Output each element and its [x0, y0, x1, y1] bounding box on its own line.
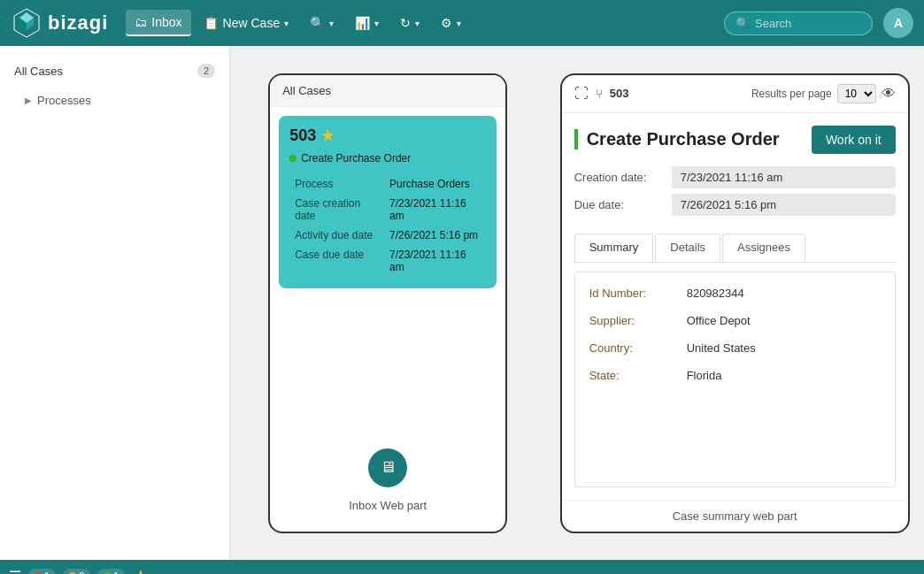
sidebar-item-processes[interactable]: ▶ Processes — [0, 87, 229, 114]
badge-red-count: 1 — [44, 570, 50, 574]
due-date-label: Due date: — [574, 198, 672, 211]
badge-green[interactable]: 1 — [97, 569, 125, 574]
case-number: 503 — [289, 126, 316, 145]
field-value-case-creation: 7/23/2021 11:16 am — [386, 195, 484, 225]
case-card-header: 503 ★ — [289, 126, 486, 145]
all-cases-badge: 2 — [197, 64, 215, 78]
nav-inbox-label: Inbox — [151, 15, 181, 29]
nav-new-case[interactable]: 📋 New Case ▾ — [195, 11, 298, 35]
inbox-webpart-header: All Cases — [270, 75, 505, 107]
results-per-page-select[interactable]: 10 20 50 — [837, 84, 876, 103]
field-row-country: Country: United States — [589, 341, 881, 355]
all-cases-label: All Cases — [14, 65, 63, 78]
nav-settings[interactable]: ⚙ ▾ — [432, 11, 470, 35]
country-label: Country: — [589, 341, 687, 355]
nav-inbox[interactable]: 🗂 Inbox — [126, 10, 190, 36]
avatar-label: A — [894, 16, 903, 30]
topology-icon: ⛶ — [574, 86, 589, 102]
work-on-it-button[interactable]: Work on it — [812, 126, 896, 154]
badge-red[interactable]: 1 — [28, 569, 56, 574]
eye-icon[interactable]: 👁 — [882, 86, 896, 102]
field-label-case-creation: Case creation date — [291, 195, 384, 225]
due-date-value: 7/26/2021 5:16 pm — [672, 194, 896, 216]
field-label-case-due: Case due date — [291, 246, 384, 276]
search-dropdown-arrow: ▾ — [329, 19, 334, 28]
results-per-page-label: Results per page — [751, 88, 832, 100]
star-icon: ★ — [321, 127, 334, 144]
main-layout: All Cases 2 ▶ Processes All Cases 503 ★ … — [0, 46, 924, 560]
id-number-label: Id Number: — [589, 287, 687, 300]
search-input[interactable] — [755, 17, 861, 30]
newcase-icon: 📋 — [204, 16, 219, 30]
search-box-icon: 🔍 — [735, 17, 750, 30]
badge-orange-count: 0 — [79, 570, 84, 574]
fab-icon: 🖥 — [380, 458, 396, 477]
table-row: Case due date 7/23/2021 11:16 am — [291, 246, 484, 276]
bottom-bar: ☰ 1 0 1 ★ — [0, 560, 924, 574]
logo[interactable]: bizagi — [11, 7, 108, 39]
settings-dropdown-arrow: ▾ — [457, 19, 461, 28]
due-date-row: Due date: 7/26/2021 5:16 pm — [574, 194, 896, 216]
share-icon: ⑂ — [596, 87, 603, 101]
analytics-icon: 📊 — [355, 16, 370, 30]
gear-icon: ⚙ — [441, 16, 452, 30]
creation-date-value: 7/23/2021 11:16 am — [672, 166, 896, 188]
fab-button[interactable]: 🖥 — [368, 448, 407, 487]
nav-search[interactable]: 🔍 ▾ — [301, 11, 343, 35]
tabs-row: Summary Details Assignees — [574, 233, 896, 263]
id-number-value: 820982344 — [687, 287, 744, 300]
processes-arrow-icon: ▶ — [25, 96, 32, 105]
inbox-webpart: All Cases 503 ★ Create Purchase Order Pr… — [268, 73, 507, 533]
case-card-status: Create Purchase Order — [289, 152, 486, 165]
newcase-dropdown-arrow: ▾ — [284, 19, 289, 28]
case-card-table: Process Purchase Orders Case creation da… — [289, 173, 486, 278]
state-label: State: — [589, 369, 687, 382]
field-value-process: Purchase Orders — [386, 175, 484, 193]
inbox-icon: 🗂 — [135, 15, 147, 29]
hamburger-icon[interactable]: ☰ — [9, 568, 21, 575]
case-summary-number: 503 — [610, 87, 629, 100]
refresh-icon: ↻ — [400, 16, 411, 30]
avatar[interactable]: A — [883, 8, 913, 38]
supplier-value: Office Depot — [687, 314, 751, 327]
creation-date-label: Creation date: — [574, 171, 672, 184]
nav-refresh[interactable]: ↻ ▾ — [391, 11, 428, 35]
nav-analytics[interactable]: 📊 ▾ — [346, 11, 388, 35]
summary-content: Id Number: 820982344 Supplier: Office De… — [574, 272, 896, 487]
table-row: Case creation date 7/23/2021 11:16 am — [291, 195, 484, 225]
field-row-supplier: Supplier: Office Depot — [589, 314, 881, 327]
badge-green-count: 1 — [113, 570, 119, 574]
favorites-star-icon[interactable]: ★ — [134, 566, 148, 574]
field-label-process: Process — [291, 175, 384, 193]
logo-text: bizagi — [48, 11, 108, 34]
logo-icon — [11, 7, 42, 39]
field-value-activity-due: 7/26/2021 5:16 pm — [386, 226, 484, 244]
top-navigation: bizagi 🗂 Inbox 📋 New Case ▾ 🔍 ▾ 📊 ▾ ↻ ▾ … — [0, 0, 924, 46]
tab-summary[interactable]: Summary — [574, 233, 654, 262]
sidebar: All Cases 2 ▶ Processes — [0, 46, 230, 560]
results-per-page: Results per page 10 20 50 👁 — [751, 84, 896, 103]
state-value: Florida — [687, 369, 722, 382]
badge-orange[interactable]: 0 — [63, 569, 90, 574]
supplier-label: Supplier: — [589, 314, 687, 327]
case-card[interactable]: 503 ★ Create Purchase Order Process Purc… — [279, 116, 497, 288]
status-dot-icon — [289, 155, 296, 162]
inbox-webpart-label: Inbox Web part — [270, 488, 505, 523]
case-summary-topbar: ⛶ ⑂ 503 Results per page 10 20 50 👁 — [562, 75, 908, 113]
refresh-dropdown-arrow: ▾ — [415, 19, 420, 28]
case-summary-body: Create Purchase Order Work on it Creatio… — [562, 113, 908, 500]
field-value-case-due: 7/23/2021 11:16 am — [386, 246, 484, 276]
analytics-dropdown-arrow: ▾ — [374, 19, 379, 28]
case-title-row: Create Purchase Order Work on it — [574, 126, 896, 154]
case-summary-webpart: ⛶ ⑂ 503 Results per page 10 20 50 👁 Crea… — [560, 73, 910, 533]
case-summary-webpart-label: Case summary web part — [562, 500, 908, 532]
tab-assignees[interactable]: Assignees — [722, 233, 805, 262]
creation-date-row: Creation date: 7/23/2021 11:16 am — [574, 166, 896, 188]
case-title: Create Purchase Order — [574, 129, 780, 149]
field-label-activity-due: Activity due date — [291, 226, 384, 244]
sidebar-item-all-cases[interactable]: All Cases 2 — [0, 55, 229, 87]
search-box[interactable]: 🔍 — [724, 11, 873, 35]
tab-details[interactable]: Details — [655, 233, 720, 262]
field-row-id: Id Number: 820982344 — [589, 287, 881, 300]
right-area: ⛶ ⑂ 503 Results per page 10 20 50 👁 Crea… — [545, 46, 924, 560]
